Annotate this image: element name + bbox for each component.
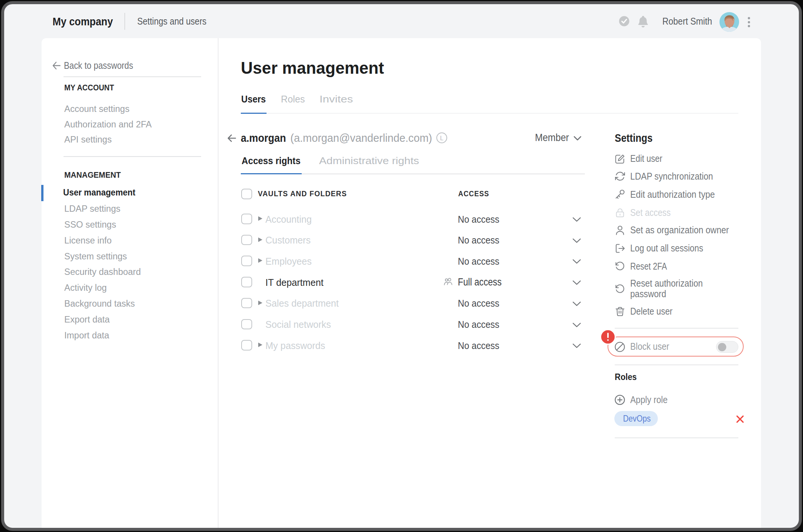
- svg-text:L: L: [440, 135, 443, 141]
